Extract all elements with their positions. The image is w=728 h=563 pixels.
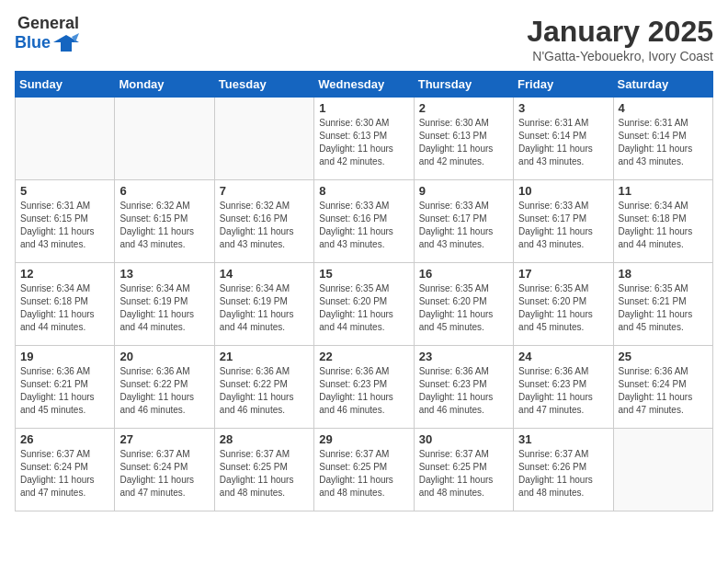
- calendar-cell: 29Sunrise: 6:37 AM Sunset: 6:25 PM Dayli…: [314, 429, 414, 511]
- calendar-cell: 9Sunrise: 6:33 AM Sunset: 6:17 PM Daylig…: [414, 180, 513, 263]
- day-number: 17: [518, 267, 608, 281]
- logo: General Blue: [15, 15, 79, 53]
- day-number: 3: [518, 101, 608, 115]
- weekday-header-wednesday: Wednesday: [314, 72, 414, 98]
- day-info: Sunrise: 6:35 AM Sunset: 6:20 PM Dayligh…: [319, 282, 408, 334]
- day-number: 2: [419, 101, 508, 115]
- calendar-cell: 19Sunrise: 6:36 AM Sunset: 6:21 PM Dayli…: [16, 346, 115, 429]
- calendar-cell: 11Sunrise: 6:34 AM Sunset: 6:18 PM Dayli…: [613, 180, 712, 263]
- calendar-cell: 12Sunrise: 6:34 AM Sunset: 6:18 PM Dayli…: [16, 263, 115, 346]
- day-info: Sunrise: 6:30 AM Sunset: 6:13 PM Dayligh…: [319, 117, 408, 168]
- day-info: Sunrise: 6:33 AM Sunset: 6:17 PM Dayligh…: [419, 200, 508, 251]
- calendar-cell: 2Sunrise: 6:30 AM Sunset: 6:13 PM Daylig…: [414, 98, 513, 180]
- day-info: Sunrise: 6:36 AM Sunset: 6:23 PM Dayligh…: [419, 365, 508, 417]
- day-number: 26: [20, 432, 109, 446]
- calendar-cell: [214, 98, 313, 180]
- calendar-cell: 5Sunrise: 6:31 AM Sunset: 6:15 PM Daylig…: [16, 180, 115, 263]
- day-number: 9: [419, 184, 508, 198]
- calendar-cell: 3Sunrise: 6:31 AM Sunset: 6:14 PM Daylig…: [514, 98, 613, 180]
- calendar-cell: 16Sunrise: 6:35 AM Sunset: 6:20 PM Dayli…: [414, 263, 513, 346]
- calendar-subtitle: N'Gatta-Yebouekro, Ivory Coast: [527, 49, 713, 63]
- calendar-cell: 17Sunrise: 6:35 AM Sunset: 6:20 PM Dayli…: [514, 263, 613, 346]
- day-info: Sunrise: 6:36 AM Sunset: 6:23 PM Dayligh…: [518, 365, 608, 417]
- calendar-cell: 1Sunrise: 6:30 AM Sunset: 6:13 PM Daylig…: [314, 98, 414, 180]
- calendar-cell: 30Sunrise: 6:37 AM Sunset: 6:25 PM Dayli…: [414, 429, 513, 511]
- calendar-week-2: 5Sunrise: 6:31 AM Sunset: 6:15 PM Daylig…: [16, 180, 713, 263]
- weekday-header-saturday: Saturday: [613, 72, 712, 98]
- day-info: Sunrise: 6:37 AM Sunset: 6:25 PM Dayligh…: [419, 448, 508, 500]
- day-info: Sunrise: 6:37 AM Sunset: 6:25 PM Dayligh…: [220, 448, 309, 500]
- day-info: Sunrise: 6:31 AM Sunset: 6:15 PM Dayligh…: [20, 200, 109, 251]
- day-number: 16: [419, 267, 508, 281]
- day-number: 20: [119, 350, 209, 363]
- calendar-cell: [115, 98, 214, 180]
- day-info: Sunrise: 6:34 AM Sunset: 6:18 PM Dayligh…: [20, 282, 109, 334]
- calendar-week-4: 19Sunrise: 6:36 AM Sunset: 6:21 PM Dayli…: [16, 346, 713, 429]
- day-number: 12: [20, 267, 109, 281]
- calendar-week-3: 12Sunrise: 6:34 AM Sunset: 6:18 PM Dayli…: [16, 263, 713, 346]
- day-info: Sunrise: 6:36 AM Sunset: 6:24 PM Dayligh…: [619, 365, 708, 417]
- day-number: 4: [619, 101, 708, 115]
- calendar-cell: 14Sunrise: 6:34 AM Sunset: 6:19 PM Dayli…: [214, 263, 313, 346]
- day-info: Sunrise: 6:35 AM Sunset: 6:20 PM Dayligh…: [419, 282, 508, 334]
- day-number: 1: [319, 101, 408, 115]
- day-number: 15: [319, 267, 408, 281]
- day-number: 18: [619, 267, 708, 281]
- calendar-cell: 21Sunrise: 6:36 AM Sunset: 6:22 PM Dayli…: [214, 346, 313, 429]
- day-info: Sunrise: 6:36 AM Sunset: 6:21 PM Dayligh…: [20, 365, 109, 417]
- day-info: Sunrise: 6:36 AM Sunset: 6:23 PM Dayligh…: [319, 365, 408, 417]
- day-info: Sunrise: 6:37 AM Sunset: 6:24 PM Dayligh…: [119, 448, 209, 500]
- logo-blue: Blue: [15, 34, 51, 52]
- day-number: 8: [319, 184, 408, 198]
- day-number: 30: [419, 432, 508, 446]
- day-number: 22: [319, 350, 408, 363]
- calendar-cell: 18Sunrise: 6:35 AM Sunset: 6:21 PM Dayli…: [613, 263, 712, 346]
- calendar-cell: 20Sunrise: 6:36 AM Sunset: 6:22 PM Dayli…: [115, 346, 214, 429]
- day-info: Sunrise: 6:37 AM Sunset: 6:25 PM Dayligh…: [319, 448, 408, 500]
- calendar-cell: 31Sunrise: 6:37 AM Sunset: 6:26 PM Dayli…: [514, 429, 613, 511]
- day-info: Sunrise: 6:36 AM Sunset: 6:22 PM Dayligh…: [220, 365, 309, 417]
- day-info: Sunrise: 6:37 AM Sunset: 6:24 PM Dayligh…: [20, 448, 109, 500]
- day-info: Sunrise: 6:37 AM Sunset: 6:26 PM Dayligh…: [518, 448, 608, 500]
- day-number: 14: [220, 267, 309, 281]
- calendar-cell: 15Sunrise: 6:35 AM Sunset: 6:20 PM Dayli…: [314, 263, 414, 346]
- day-number: 6: [119, 184, 209, 198]
- day-number: 23: [419, 350, 508, 363]
- day-info: Sunrise: 6:34 AM Sunset: 6:18 PM Dayligh…: [619, 200, 708, 251]
- day-info: Sunrise: 6:31 AM Sunset: 6:14 PM Dayligh…: [518, 117, 608, 168]
- calendar-cell: 25Sunrise: 6:36 AM Sunset: 6:24 PM Dayli…: [613, 346, 712, 429]
- day-number: 21: [220, 350, 309, 363]
- calendar-title: January 2025: [527, 15, 713, 49]
- calendar-week-1: 1Sunrise: 6:30 AM Sunset: 6:13 PM Daylig…: [16, 98, 713, 180]
- day-number: 31: [518, 432, 608, 446]
- calendar-header-row: SundayMondayTuesdayWednesdayThursdayFrid…: [16, 72, 713, 98]
- logo-bird-icon: [53, 33, 79, 53]
- day-number: 13: [119, 267, 209, 281]
- calendar-body: 1Sunrise: 6:30 AM Sunset: 6:13 PM Daylig…: [16, 98, 713, 511]
- calendar-cell: [16, 98, 115, 180]
- day-number: 27: [119, 432, 209, 446]
- day-number: 7: [220, 184, 309, 198]
- calendar-cell: [613, 429, 712, 511]
- weekday-header-monday: Monday: [115, 72, 214, 98]
- calendar-cell: 23Sunrise: 6:36 AM Sunset: 6:23 PM Dayli…: [414, 346, 513, 429]
- day-number: 24: [518, 350, 608, 363]
- day-info: Sunrise: 6:33 AM Sunset: 6:17 PM Dayligh…: [518, 200, 608, 251]
- day-number: 28: [220, 432, 309, 446]
- day-info: Sunrise: 6:30 AM Sunset: 6:13 PM Dayligh…: [419, 117, 508, 168]
- calendar-cell: 8Sunrise: 6:33 AM Sunset: 6:16 PM Daylig…: [314, 180, 414, 263]
- calendar-cell: 28Sunrise: 6:37 AM Sunset: 6:25 PM Dayli…: [214, 429, 313, 511]
- calendar-week-5: 26Sunrise: 6:37 AM Sunset: 6:24 PM Dayli…: [16, 429, 713, 511]
- logo-general: General: [17, 15, 79, 33]
- day-number: 11: [619, 184, 708, 198]
- day-info: Sunrise: 6:35 AM Sunset: 6:21 PM Dayligh…: [619, 282, 708, 334]
- weekday-header-thursday: Thursday: [414, 72, 513, 98]
- calendar-cell: 27Sunrise: 6:37 AM Sunset: 6:24 PM Dayli…: [115, 429, 214, 511]
- calendar-cell: 13Sunrise: 6:34 AM Sunset: 6:19 PM Dayli…: [115, 263, 214, 346]
- day-number: 19: [20, 350, 109, 363]
- calendar-cell: 24Sunrise: 6:36 AM Sunset: 6:23 PM Dayli…: [514, 346, 613, 429]
- day-number: 25: [619, 350, 708, 363]
- title-block: January 2025 N'Gatta-Yebouekro, Ivory Co…: [527, 15, 713, 63]
- day-number: 10: [518, 184, 608, 198]
- weekday-header-tuesday: Tuesday: [214, 72, 313, 98]
